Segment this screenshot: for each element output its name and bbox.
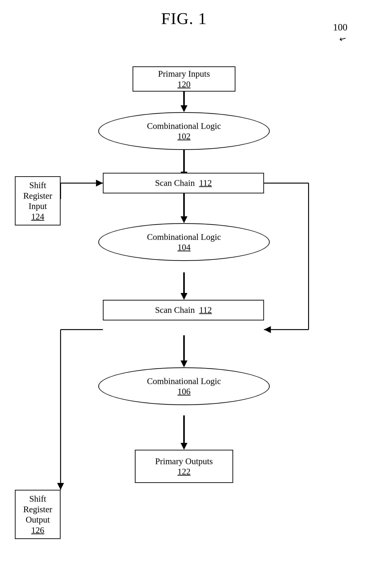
scan-chain-112-top: Scan Chain 112 bbox=[103, 173, 264, 193]
shift-reg-input-label: ShiftRegisterInput bbox=[23, 180, 52, 212]
scan-chain-112-bottom-label: Scan Chain 112 bbox=[155, 305, 212, 315]
combinational-logic-104: Combinational Logic 104 bbox=[98, 223, 270, 261]
svg-marker-6 bbox=[96, 180, 103, 187]
primary-outputs-box: Primary Outputs 122 bbox=[135, 450, 233, 483]
figure-title: FIG. 1 bbox=[0, 0, 368, 28]
scan-chain-112-bottom: Scan Chain 112 bbox=[103, 300, 264, 320]
ref-arrow-icon: ↙ bbox=[338, 33, 348, 44]
svg-marker-17 bbox=[57, 483, 64, 490]
comb-logic-106-label: Combinational Logic bbox=[147, 376, 221, 386]
primary-outputs-label: Primary Outputs bbox=[155, 456, 213, 467]
shift-register-output-box: ShiftRegisterOutput 126 bbox=[15, 490, 61, 539]
shift-reg-output-ref: 126 bbox=[31, 525, 44, 535]
shift-reg-output-label: ShiftRegisterOutput bbox=[23, 494, 52, 525]
combinational-logic-106: Combinational Logic 106 bbox=[98, 367, 270, 405]
shift-register-input-box: ShiftRegisterInput 124 bbox=[15, 176, 61, 225]
comb-logic-104-label: Combinational Logic bbox=[147, 232, 221, 242]
comb-logic-102-ref: 102 bbox=[178, 131, 191, 141]
reference-number: 100 bbox=[333, 22, 347, 33]
comb-logic-106-ref: 106 bbox=[178, 386, 191, 396]
svg-marker-19 bbox=[181, 360, 187, 367]
svg-marker-1 bbox=[181, 105, 187, 112]
comb-logic-102-label: Combinational Logic bbox=[147, 121, 221, 131]
primary-inputs-label: Primary Inputs bbox=[158, 69, 210, 79]
svg-marker-14 bbox=[181, 293, 187, 300]
svg-marker-12 bbox=[181, 216, 187, 223]
comb-logic-104-ref: 104 bbox=[178, 242, 191, 252]
primary-inputs-ref: 120 bbox=[178, 79, 191, 89]
combinational-logic-102: Combinational Logic 102 bbox=[98, 112, 270, 150]
svg-marker-10 bbox=[264, 326, 271, 333]
primary-outputs-ref: 122 bbox=[178, 466, 191, 477]
primary-inputs-box: Primary Inputs 120 bbox=[133, 66, 235, 92]
svg-marker-21 bbox=[181, 443, 187, 450]
diagram: Primary Inputs 120 Combinational Logic 1… bbox=[0, 46, 368, 577]
scan-chain-112-top-label: Scan Chain 112 bbox=[155, 178, 212, 188]
shift-reg-input-ref: 124 bbox=[31, 212, 44, 222]
